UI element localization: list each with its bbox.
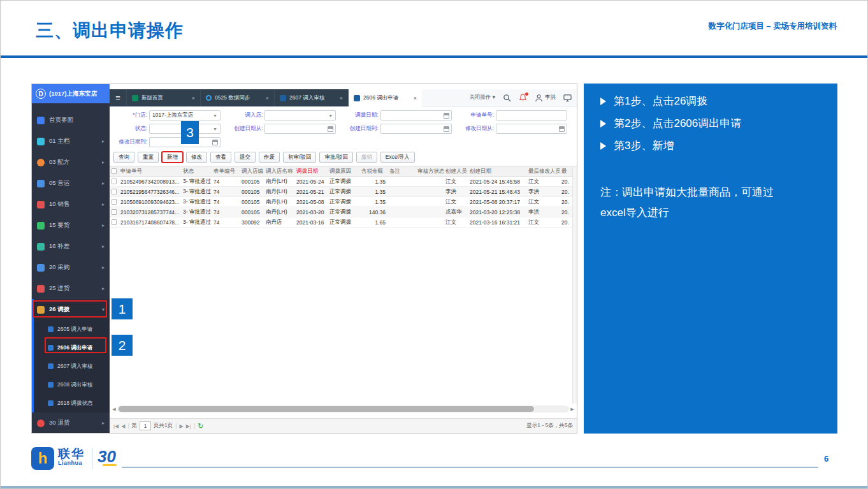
scroll-right-icon[interactable]: ▶ [569, 407, 575, 412]
sidebar-item-order[interactable]: 15 要货 ▸ [32, 215, 110, 236]
next-page-icon[interactable]: ▶ [180, 423, 184, 429]
column-header[interactable]: 调拨原因 [328, 166, 359, 176]
submit-button[interactable]: 提交 [235, 152, 256, 163]
in-store-select[interactable]: ▼ [264, 110, 336, 120]
reset-button[interactable]: 重置 [138, 152, 159, 163]
column-header[interactable]: 调入店名称 [264, 166, 294, 176]
view-button[interactable]: 查看 [210, 152, 231, 163]
revoke-button[interactable]: 撤销 [356, 152, 377, 163]
cell: 南丹(LH) [264, 187, 294, 196]
cell: 2021-05-21 [294, 187, 328, 196]
row-checkbox[interactable] [110, 187, 119, 196]
modified-from-input[interactable] [496, 124, 567, 134]
sidebar-item-home[interactable]: 首页界面 [32, 110, 110, 131]
column-header[interactable]: 备注 [387, 166, 416, 176]
tab-0525-sync[interactable]: 0525 数据同步 × [200, 89, 274, 106]
prev-page-icon[interactable]: ◀ [121, 423, 125, 429]
column-header[interactable]: 含税金额 [359, 166, 387, 176]
apply-no-input[interactable] [496, 110, 567, 120]
add-button[interactable]: 新增 [162, 152, 183, 163]
sidebar-item-master[interactable]: 01 主档 ▸ [32, 131, 110, 152]
topbar-right: 关闭操作 ▾ 李洪 [422, 89, 577, 106]
sidebar-item-label: 10 销售 [49, 200, 98, 208]
status-bar: |◀ ◀ | 第 1 页共1页 | ▶ ▶| | ↻ 显示1 - 5条，共5条 [110, 418, 577, 433]
chevron-right-icon: ▸ [102, 265, 105, 270]
row-checkbox[interactable] [110, 207, 119, 217]
first-page-icon[interactable]: |◀ [113, 423, 119, 429]
cell: 1.65 [359, 217, 387, 227]
search-icon[interactable] [503, 94, 511, 102]
select-all-checkbox[interactable] [110, 166, 119, 176]
table-row[interactable]: 210521956477326346... 3- 审批通过 74 000105 … [110, 187, 577, 197]
excel-import-button[interactable]: Excel导入 [380, 152, 415, 163]
cell [416, 187, 444, 196]
chevron-right-icon: ▸ [102, 244, 105, 249]
refresh-icon[interactable]: ↻ [198, 422, 203, 430]
vertical-scrollbar[interactable] [572, 166, 577, 404]
store-select[interactable]: 1017-上海东宝店 ▼ [149, 110, 221, 120]
submenu-item-2608[interactable]: 2608 调出审核 [34, 376, 110, 394]
first-review-button[interactable]: 初审/驳回 [283, 152, 316, 163]
bell-icon[interactable] [519, 94, 527, 102]
hamburger-menu-icon[interactable]: ≡ [110, 89, 126, 106]
tab-2607-review[interactable]: 2607 调入审核 × [274, 89, 348, 106]
grid-empty-area [110, 228, 577, 404]
last-page-icon[interactable]: ▶| [186, 423, 191, 429]
sidebar-item-recipe[interactable]: 03 配方 ▸ [32, 152, 110, 173]
cell: 3- 审批通过 [181, 187, 212, 196]
row-checkbox[interactable] [110, 197, 119, 207]
user-menu[interactable]: 李洪 [535, 94, 556, 102]
void-button[interactable]: 作废 [259, 152, 280, 163]
monitor-icon[interactable] [563, 94, 572, 102]
store-header[interactable]: D (1017)上海东宝店 [32, 84, 110, 103]
sidebar-item-sales[interactable]: 10 销售 ▸ [32, 194, 110, 215]
tab-2606-transfer-out[interactable]: 2606 调出申请 × [348, 89, 422, 106]
submenu-item-2607[interactable]: 2607 调入审核 [34, 357, 110, 376]
approve-button[interactable]: 审批/驳回 [319, 152, 352, 163]
callout-badge-3: 3 [181, 121, 199, 144]
cell: 正常调拨 [328, 177, 359, 186]
scroll-left-icon[interactable]: ◀ [111, 407, 117, 412]
close-icon[interactable]: × [192, 95, 195, 101]
column-header[interactable]: 最后修改人员 [526, 166, 560, 176]
tab-new-home[interactable]: 新版首页 × [126, 89, 200, 106]
close-icon[interactable]: × [414, 95, 417, 101]
column-header[interactable]: 表单编号 [212, 166, 240, 176]
column-header[interactable]: 状态 [181, 166, 212, 176]
column-header[interactable]: 调入店编 [240, 166, 264, 176]
modify-button[interactable]: 修改 [186, 152, 207, 163]
page-number-input[interactable]: 1 [140, 421, 151, 430]
column-header[interactable]: 申请单号 [119, 166, 181, 176]
table-row[interactable]: 210320731285737744... 3- 审批通过 74 000105 … [110, 207, 577, 217]
page-number: 6 [824, 454, 828, 463]
sidebar-item-operation[interactable]: 05 营运 ▸ [32, 173, 110, 194]
submenu-item-2605[interactable]: 2605 调入申请 [34, 320, 110, 339]
submenu-item-2618[interactable]: 2618 调拨状态 [34, 394, 110, 412]
close-icon[interactable]: × [266, 95, 269, 101]
arrow-bullet-icon [600, 120, 606, 128]
row-checkbox[interactable] [110, 217, 119, 227]
row-checkbox[interactable] [110, 177, 119, 186]
sidebar-item-inbound[interactable]: 25 进货 ▸ [32, 278, 110, 299]
close-icon[interactable]: × [340, 95, 343, 101]
column-header[interactable]: 创建人员 [444, 166, 468, 176]
query-button[interactable]: 查询 [113, 152, 134, 163]
created-to-input[interactable] [380, 124, 452, 134]
horizontal-scrollbar[interactable]: ◀ ▶ [111, 405, 575, 413]
transfer-date-input[interactable] [380, 110, 452, 120]
column-header[interactable]: 调拨日期 [294, 166, 328, 176]
cell: 江文 [444, 217, 468, 227]
sidebar-item-purchase[interactable]: 20 采购 ▸ [32, 257, 110, 278]
table-row[interactable]: 210316717408607478... 3- 审批通过 74 300092 … [110, 217, 577, 228]
tab-label: 2607 调入审核 [289, 94, 324, 102]
close-operations-menu[interactable]: 关闭操作 ▾ [469, 94, 495, 101]
sidebar-item-supplement[interactable]: 16 补差 ▸ [32, 236, 110, 257]
table-row[interactable]: 210508910093094623... 3- 审批通过 74 000105 … [110, 197, 577, 207]
sidebar-item-returns[interactable]: 30 退货 ▸ [32, 412, 110, 433]
table-row[interactable]: 210524967342008913... 3- 审批通过 74 000105 … [110, 177, 577, 187]
scrollbar-track[interactable] [117, 405, 569, 412]
scrollbar-thumb[interactable] [119, 406, 534, 412]
column-header[interactable]: 创建日期 [468, 166, 526, 176]
column-header[interactable]: 审核方状态 [416, 166, 444, 176]
created-from-input[interactable] [264, 124, 336, 134]
